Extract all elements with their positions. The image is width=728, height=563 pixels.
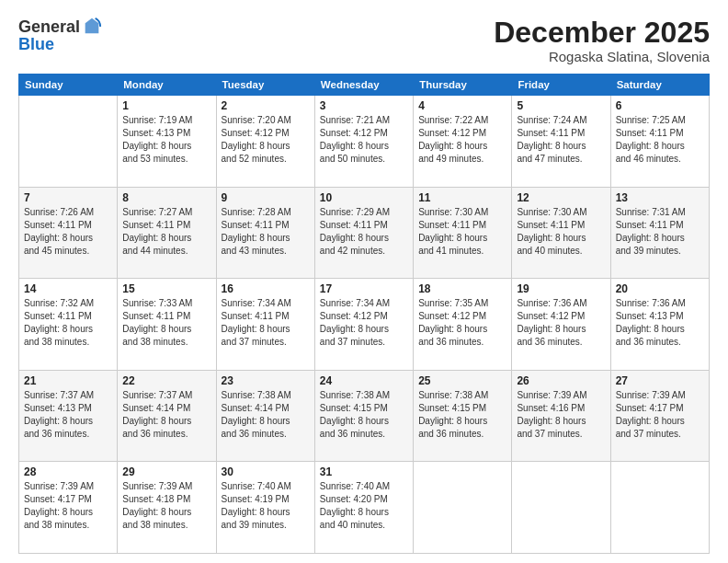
calendar-day-10: 10Sunrise: 7:29 AMSunset: 4:11 PMDayligh… (314, 187, 413, 279)
page-title: December 2025 (494, 17, 710, 49)
day-number: 24 (320, 374, 408, 387)
calendar-header-row: SundayMondayTuesdayWednesdayThursdayFrid… (19, 75, 710, 96)
day-number: 15 (122, 282, 210, 295)
page: General Blue December 2025 Rogaska Slati… (0, 0, 728, 563)
calendar-day-8: 8Sunrise: 7:27 AMSunset: 4:11 PMDaylight… (118, 187, 216, 279)
day-number: 21 (24, 374, 112, 387)
calendar-day-11: 11Sunrise: 7:30 AMSunset: 4:11 PMDayligh… (414, 187, 512, 279)
day-number: 26 (517, 374, 605, 387)
day-info: Sunrise: 7:33 AMSunset: 4:11 PMDaylight:… (122, 297, 210, 349)
calendar-day-7: 7Sunrise: 7:26 AMSunset: 4:11 PMDaylight… (19, 187, 118, 279)
day-number: 27 (616, 374, 704, 387)
calendar-day-18: 18Sunrise: 7:35 AMSunset: 4:12 PMDayligh… (414, 279, 512, 371)
calendar-day-30: 30Sunrise: 7:40 AMSunset: 4:19 PMDayligh… (216, 462, 314, 554)
day-number: 3 (320, 99, 408, 112)
calendar-day-12: 12Sunrise: 7:30 AMSunset: 4:11 PMDayligh… (512, 187, 610, 279)
day-info: Sunrise: 7:36 AMSunset: 4:13 PMDaylight:… (616, 297, 704, 349)
day-info: Sunrise: 7:39 AMSunset: 4:17 PMDaylight:… (24, 480, 112, 532)
day-info: Sunrise: 7:32 AMSunset: 4:11 PMDaylight:… (24, 297, 112, 349)
logo-general: General (18, 18, 80, 35)
calendar-day-17: 17Sunrise: 7:34 AMSunset: 4:12 PMDayligh… (314, 279, 413, 371)
logo-text: General (18, 17, 102, 37)
day-number: 9 (222, 191, 310, 204)
day-number: 6 (616, 99, 704, 112)
calendar-week-row: 1Sunrise: 7:19 AMSunset: 4:13 PMDaylight… (19, 96, 710, 188)
calendar-day-15: 15Sunrise: 7:33 AMSunset: 4:11 PMDayligh… (118, 279, 216, 371)
calendar-weekday-monday: Monday (118, 75, 216, 96)
day-number: 29 (122, 465, 210, 478)
day-info: Sunrise: 7:20 AMSunset: 4:12 PMDaylight:… (222, 114, 310, 166)
day-number: 10 (320, 191, 408, 204)
header: General Blue December 2025 Rogaska Slati… (18, 17, 710, 64)
day-info: Sunrise: 7:40 AMSunset: 4:19 PMDaylight:… (222, 480, 310, 532)
calendar-day-27: 27Sunrise: 7:39 AMSunset: 4:17 PMDayligh… (610, 370, 709, 462)
calendar-week-row: 14Sunrise: 7:32 AMSunset: 4:11 PMDayligh… (19, 279, 710, 371)
day-number: 11 (418, 191, 506, 204)
day-number: 7 (24, 191, 112, 204)
day-info: Sunrise: 7:28 AMSunset: 4:11 PMDaylight:… (222, 206, 310, 258)
day-info: Sunrise: 7:30 AMSunset: 4:11 PMDaylight:… (517, 206, 605, 258)
logo-icon (82, 17, 102, 37)
calendar-day-21: 21Sunrise: 7:37 AMSunset: 4:13 PMDayligh… (19, 370, 118, 462)
day-info: Sunrise: 7:25 AMSunset: 4:11 PMDaylight:… (616, 114, 704, 166)
calendar-day-28: 28Sunrise: 7:39 AMSunset: 4:17 PMDayligh… (19, 462, 118, 554)
day-info: Sunrise: 7:21 AMSunset: 4:12 PMDaylight:… (320, 114, 408, 166)
day-number: 30 (222, 465, 310, 478)
calendar-weekday-thursday: Thursday (414, 75, 512, 96)
calendar-weekday-saturday: Saturday (610, 75, 709, 96)
day-number: 13 (616, 191, 704, 204)
calendar-day-14: 14Sunrise: 7:32 AMSunset: 4:11 PMDayligh… (19, 279, 118, 371)
day-number: 14 (24, 282, 112, 295)
day-number: 16 (222, 282, 310, 295)
calendar-week-row: 28Sunrise: 7:39 AMSunset: 4:17 PMDayligh… (19, 462, 710, 554)
day-info: Sunrise: 7:35 AMSunset: 4:12 PMDaylight:… (418, 297, 506, 349)
day-number: 8 (122, 191, 210, 204)
calendar-day-24: 24Sunrise: 7:38 AMSunset: 4:15 PMDayligh… (314, 370, 413, 462)
calendar-day-19: 19Sunrise: 7:36 AMSunset: 4:12 PMDayligh… (512, 279, 610, 371)
calendar-day-empty (414, 462, 512, 554)
day-info: Sunrise: 7:39 AMSunset: 4:18 PMDaylight:… (122, 480, 210, 532)
calendar-day-20: 20Sunrise: 7:36 AMSunset: 4:13 PMDayligh… (610, 279, 709, 371)
day-info: Sunrise: 7:37 AMSunset: 4:13 PMDaylight:… (24, 389, 112, 441)
calendar-day-13: 13Sunrise: 7:31 AMSunset: 4:11 PMDayligh… (610, 187, 709, 279)
day-info: Sunrise: 7:22 AMSunset: 4:12 PMDaylight:… (418, 114, 506, 166)
day-number: 19 (517, 282, 605, 295)
calendar-weekday-friday: Friday (512, 75, 610, 96)
title-block: December 2025 Rogaska Slatina, Slovenia (494, 17, 710, 64)
calendar-weekday-sunday: Sunday (19, 75, 118, 96)
day-number: 25 (418, 374, 506, 387)
day-info: Sunrise: 7:34 AMSunset: 4:11 PMDaylight:… (222, 297, 310, 349)
calendar-day-29: 29Sunrise: 7:39 AMSunset: 4:18 PMDayligh… (118, 462, 216, 554)
day-info: Sunrise: 7:38 AMSunset: 4:15 PMDaylight:… (320, 389, 408, 441)
day-number: 31 (320, 465, 408, 478)
day-number: 5 (517, 99, 605, 112)
day-info: Sunrise: 7:29 AMSunset: 4:11 PMDaylight:… (320, 206, 408, 258)
day-info: Sunrise: 7:37 AMSunset: 4:14 PMDaylight:… (122, 389, 210, 441)
day-info: Sunrise: 7:19 AMSunset: 4:13 PMDaylight:… (122, 114, 210, 166)
calendar-day-2: 2Sunrise: 7:20 AMSunset: 4:12 PMDaylight… (216, 96, 314, 188)
calendar-day-empty (19, 96, 118, 188)
day-info: Sunrise: 7:31 AMSunset: 4:11 PMDaylight:… (616, 206, 704, 258)
calendar-table: SundayMondayTuesdayWednesdayThursdayFrid… (18, 74, 710, 554)
calendar-weekday-wednesday: Wednesday (314, 75, 413, 96)
day-info: Sunrise: 7:26 AMSunset: 4:11 PMDaylight:… (24, 206, 112, 258)
day-number: 28 (24, 465, 112, 478)
day-number: 2 (222, 99, 310, 112)
calendar-day-4: 4Sunrise: 7:22 AMSunset: 4:12 PMDaylight… (414, 96, 512, 188)
calendar-week-row: 7Sunrise: 7:26 AMSunset: 4:11 PMDaylight… (19, 187, 710, 279)
day-info: Sunrise: 7:38 AMSunset: 4:14 PMDaylight:… (222, 389, 310, 441)
calendar-week-row: 21Sunrise: 7:37 AMSunset: 4:13 PMDayligh… (19, 370, 710, 462)
calendar-day-1: 1Sunrise: 7:19 AMSunset: 4:13 PMDaylight… (118, 96, 216, 188)
calendar-day-23: 23Sunrise: 7:38 AMSunset: 4:14 PMDayligh… (216, 370, 314, 462)
calendar-weekday-tuesday: Tuesday (216, 75, 314, 96)
page-subtitle: Rogaska Slatina, Slovenia (494, 49, 710, 64)
calendar-day-6: 6Sunrise: 7:25 AMSunset: 4:11 PMDaylight… (610, 96, 709, 188)
calendar-day-9: 9Sunrise: 7:28 AMSunset: 4:11 PMDaylight… (216, 187, 314, 279)
day-number: 4 (418, 99, 506, 112)
day-info: Sunrise: 7:24 AMSunset: 4:11 PMDaylight:… (517, 114, 605, 166)
day-info: Sunrise: 7:34 AMSunset: 4:12 PMDaylight:… (320, 297, 408, 349)
logo-blue-text: Blue (18, 35, 54, 54)
calendar-day-5: 5Sunrise: 7:24 AMSunset: 4:11 PMDaylight… (512, 96, 610, 188)
calendar-day-22: 22Sunrise: 7:37 AMSunset: 4:14 PMDayligh… (118, 370, 216, 462)
day-info: Sunrise: 7:36 AMSunset: 4:12 PMDaylight:… (517, 297, 605, 349)
